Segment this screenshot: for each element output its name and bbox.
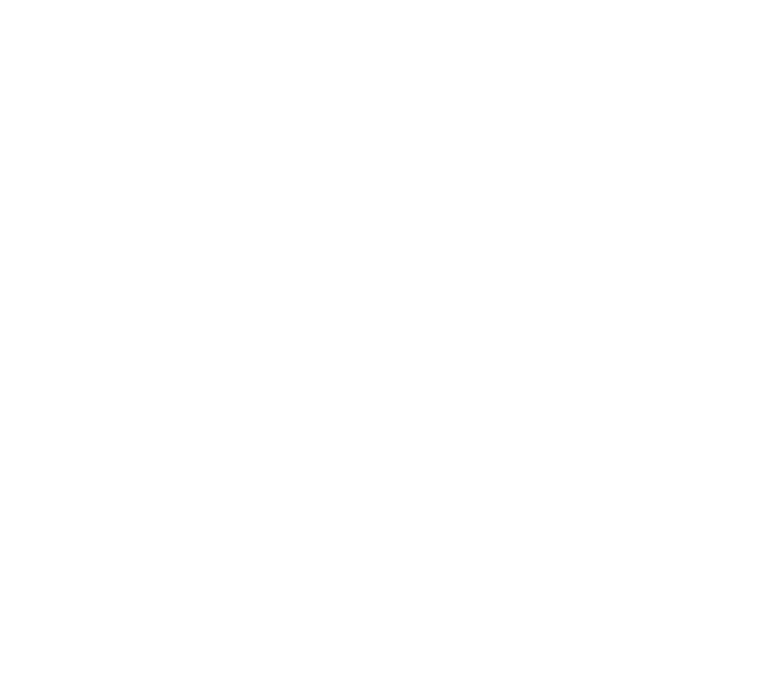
network-graph xyxy=(0,0,779,700)
graph-canvas xyxy=(0,0,779,700)
